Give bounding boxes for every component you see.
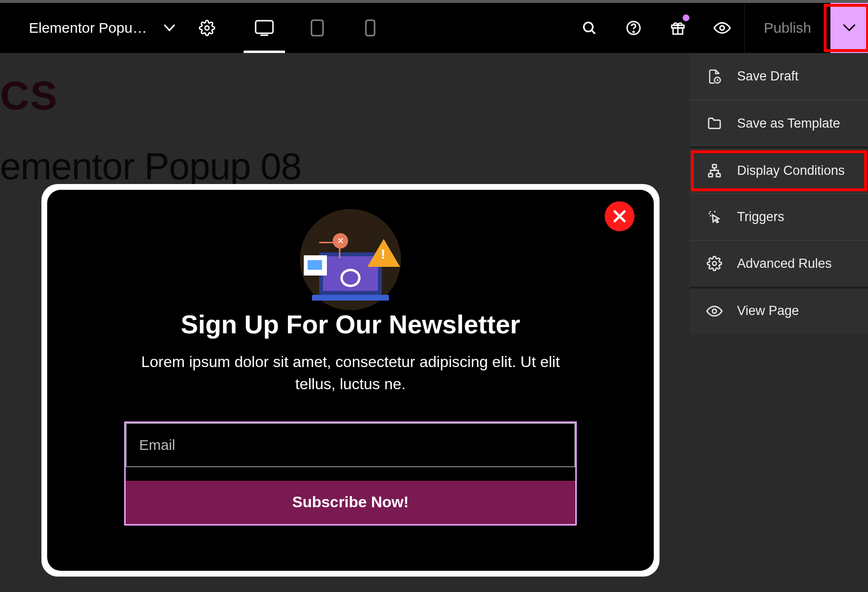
device-mobile-button[interactable] — [344, 3, 397, 53]
chevron-down-icon — [163, 21, 176, 35]
click-icon — [706, 209, 723, 225]
close-icon — [612, 209, 627, 224]
eye-icon — [706, 303, 723, 319]
subscribe-button[interactable]: Subscribe Now! — [126, 481, 575, 524]
menu-item-label: Save as Template — [737, 116, 840, 131]
search-icon — [582, 20, 597, 36]
preview-button[interactable] — [700, 3, 744, 53]
email-input[interactable] — [126, 423, 575, 467]
menu-item-label: Triggers — [737, 210, 784, 224]
menu-item-label: Display Conditions — [737, 163, 845, 178]
publish-label: Publish — [764, 20, 811, 36]
page-settings-button[interactable] — [195, 16, 219, 39]
chevron-down-icon — [843, 24, 855, 32]
svg-point-0 — [205, 26, 209, 30]
menu-item-view-page[interactable]: View Page — [690, 287, 868, 333]
svg-point-5 — [583, 23, 593, 32]
svg-rect-16 — [716, 173, 720, 177]
document-switcher[interactable]: Elementor Popup… — [0, 3, 176, 53]
help-button[interactable] — [611, 3, 656, 53]
responsive-device-group — [238, 3, 397, 53]
gift-icon — [670, 20, 686, 36]
menu-item-label: Advanced Rules — [737, 256, 832, 271]
save-options-button[interactable] — [830, 3, 868, 53]
folder-icon — [706, 115, 723, 132]
flow-icon — [706, 163, 723, 179]
menu-item-triggers[interactable]: Triggers — [690, 193, 868, 240]
publish-button[interactable]: Publish — [744, 3, 830, 53]
device-desktop-button[interactable] — [238, 3, 291, 53]
svg-rect-3 — [311, 20, 323, 36]
popup-illustration: ✕ — [295, 209, 406, 305]
gear-icon — [199, 20, 215, 36]
svg-rect-15 — [709, 173, 713, 177]
device-tablet-button[interactable] — [291, 3, 344, 53]
svg-line-6 — [591, 30, 595, 34]
menu-item-label: Save Draft — [737, 69, 799, 84]
tablet-icon — [311, 19, 324, 37]
svg-point-17 — [713, 262, 716, 265]
popup-title: Sign Up For Our Newsletter — [181, 309, 520, 339]
help-icon — [626, 20, 641, 36]
svg-point-12 — [720, 26, 724, 30]
menu-item-display-conditions[interactable]: Display Conditions — [690, 146, 868, 193]
popup-preview: ✕ Sign Up For Our Newsletter Lorem ipsum… — [41, 184, 660, 577]
popup-description: Lorem ipsum dolor sit amet, consectetur … — [134, 351, 567, 395]
svg-rect-1 — [256, 21, 273, 33]
finder-search-button[interactable] — [567, 3, 611, 53]
toolbar-right-group: Publish — [567, 3, 868, 53]
menu-item-advanced-rules[interactable]: Advanced Rules — [690, 240, 868, 287]
file-clock-icon — [706, 68, 723, 85]
document-title: Elementor Popup… — [29, 20, 154, 36]
app-frame: Elementor Popup… — [0, 0, 868, 592]
save-options-menu: Save DraftSave as TemplateDisplay Condit… — [690, 53, 868, 333]
svg-rect-14 — [713, 164, 716, 168]
popup-form-widget[interactable]: Subscribe Now! — [124, 421, 577, 526]
popup-close-button[interactable] — [605, 201, 635, 231]
popup-inner: ✕ Sign Up For Our Newsletter Lorem ipsum… — [47, 190, 654, 571]
menu-item-save-as-template[interactable]: Save as Template — [690, 100, 868, 146]
gear-icon — [706, 255, 723, 272]
eye-icon — [713, 22, 731, 34]
svg-point-8 — [633, 31, 634, 32]
mobile-icon — [365, 19, 376, 37]
desktop-icon — [255, 20, 274, 36]
menu-item-save-draft[interactable]: Save Draft — [690, 53, 868, 100]
whats-new-button[interactable] — [656, 3, 700, 53]
svg-point-18 — [713, 309, 717, 313]
top-toolbar: Elementor Popup… — [0, 0, 868, 53]
svg-rect-4 — [366, 20, 375, 36]
notification-dot-icon — [683, 14, 689, 21]
menu-item-label: View Page — [737, 303, 799, 318]
